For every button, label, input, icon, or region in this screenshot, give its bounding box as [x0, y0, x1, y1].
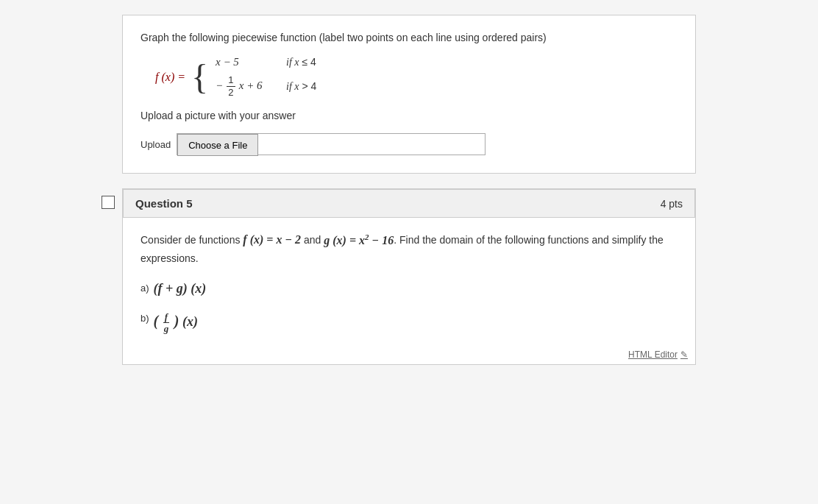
file-name-display [258, 134, 485, 155]
page-container: Graph the following piecewise function (… [122, 15, 696, 380]
q5-text-mid: and [301, 235, 324, 246]
question5-checkbox[interactable] [102, 196, 115, 209]
q5-part-b: b) ( f g ) (x) [141, 311, 677, 335]
question5-block: Question 5 4 pts Consider de functions f… [122, 188, 696, 365]
part-b-expr: ( f g ) (x) [154, 311, 198, 335]
case2: − 1 2 x + 6 if x > 4 [216, 74, 316, 98]
open-brace: { [191, 60, 208, 95]
part-a-expr: (f + g) (x) [154, 281, 207, 297]
upload-area: Upload Choose a File [141, 133, 677, 155]
choose-file-button[interactable]: Choose a File [177, 134, 258, 156]
piecewise-cases: x − 5 if x ≤ 4 − 1 2 x + 6 [216, 56, 316, 98]
q5-text-pre: Consider de functions [141, 235, 243, 246]
q5-part-a: a) (f + g) (x) [141, 281, 677, 297]
question5-pts: 4 pts [661, 198, 683, 210]
upload-label: Upload [141, 139, 171, 150]
part-b-label: b) [141, 313, 149, 324]
q5-parts: a) (f + g) (x) b) ( f g ) (x) [141, 281, 677, 335]
q5-f-expr: f (x) = x − 2 [243, 234, 301, 246]
question4-block: Graph the following piecewise function (… [122, 15, 696, 174]
question5-row: Question 5 4 pts Consider de functions f… [122, 188, 696, 380]
case1: x − 5 if x ≤ 4 [216, 56, 316, 68]
q5-g-expr: g (x) = x2 − 16 [324, 234, 394, 246]
part-a-label: a) [141, 283, 149, 294]
q5-description: Consider de functions f (x) = x − 2 and … [141, 230, 677, 267]
q4-instruction: Graph the following piecewise function (… [141, 30, 677, 46]
file-input-wrapper[interactable]: Choose a File [177, 133, 486, 155]
function-label: f (x) = [155, 71, 185, 84]
case2-expr-post: x + 6 [239, 79, 263, 91]
case2-condition: if x > 4 [286, 80, 316, 93]
html-editor-label: HTML Editor [628, 349, 677, 360]
edit-icon: ✎ [680, 349, 688, 360]
upload-instruction: Upload a picture with your answer [141, 110, 677, 121]
case1-condition: if x ≤ 4 [286, 56, 316, 68]
part-b-fraction: f g [163, 311, 171, 335]
html-editor-button[interactable]: HTML Editor ✎ [628, 349, 688, 360]
case1-expr: x − 5 [216, 56, 274, 68]
piecewise-function: f (x) = { x − 5 if x ≤ 4 − 1 2 [155, 56, 677, 98]
question5-header: Question 5 4 pts [123, 189, 695, 218]
question5-title: Question 5 [135, 197, 193, 210]
case2-expr: − 1 2 x + 6 [216, 74, 274, 98]
fraction-half: 1 2 [227, 74, 235, 98]
